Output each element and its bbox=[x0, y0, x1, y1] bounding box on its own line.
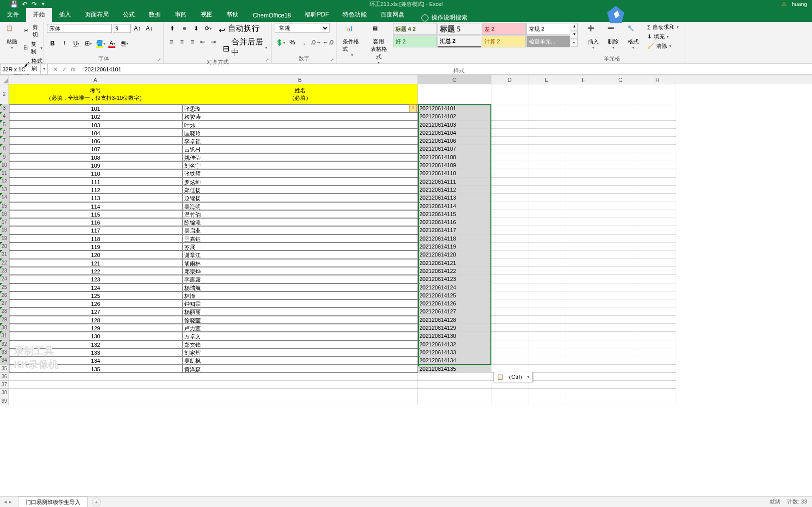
style-total[interactable]: 汇总 2 bbox=[437, 35, 481, 47]
row-header-14[interactable]: 14 bbox=[0, 194, 9, 202]
autosum-button[interactable]: Σ自动求和▾ bbox=[646, 23, 680, 31]
tab-file[interactable]: 文件 bbox=[0, 7, 26, 22]
cell-student-code[interactable]: 202120614103 bbox=[418, 121, 491, 129]
style-check[interactable]: 检查单元... bbox=[526, 35, 570, 47]
cell-exam-id[interactable]: 111 bbox=[9, 178, 182, 186]
cell-exam-id[interactable]: 116 bbox=[9, 218, 182, 226]
row-header-10[interactable]: 10 bbox=[0, 161, 9, 169]
cell-exam-id[interactable]: 117 bbox=[9, 226, 182, 234]
cell-exam-id[interactable]: 101 bbox=[9, 104, 182, 112]
style-title5[interactable]: 标题 5 bbox=[437, 23, 481, 35]
column-headers[interactable]: ABCDEFGH bbox=[9, 75, 812, 84]
cell-student-code[interactable]: 202120614111 bbox=[418, 178, 491, 186]
row-header-26[interactable]: 26 bbox=[0, 291, 9, 299]
cell-student-code[interactable]: 202120614121 bbox=[418, 259, 491, 267]
cell-student-code[interactable]: 202120614108 bbox=[418, 153, 491, 161]
row-header-37[interactable]: 37 bbox=[0, 381, 9, 389]
cell-student-name[interactable]: 邓宗烨 bbox=[182, 267, 418, 275]
cell-student-code[interactable]: 202120614126 bbox=[418, 299, 491, 307]
cell-student-name[interactable]: 张铁耀 bbox=[182, 169, 418, 177]
cell-student-code[interactable]: 202120614106 bbox=[418, 137, 491, 145]
cell-student-name[interactable]: 叶炜 bbox=[182, 121, 418, 129]
cell-student-name[interactable]: 方卓文 bbox=[182, 332, 418, 340]
cell-exam-id[interactable]: 120 bbox=[9, 251, 182, 258]
tab-review[interactable]: 审阅 bbox=[168, 7, 194, 22]
style-calc[interactable]: 计算 2 bbox=[482, 35, 526, 47]
cell-exam-id[interactable]: 129 bbox=[9, 324, 182, 332]
cell-student-name[interactable]: 林憧 bbox=[182, 291, 418, 299]
sheet-tab[interactable]: 门口易测班级学生导入 bbox=[18, 497, 88, 507]
row-header-2[interactable]: 2 bbox=[0, 84, 9, 104]
save-icon[interactable]: 💾 bbox=[10, 0, 18, 8]
row-header-24[interactable]: 24 bbox=[0, 275, 9, 283]
select-all-corner[interactable] bbox=[0, 75, 9, 84]
sheet-nav-first-icon[interactable]: ◂ bbox=[4, 499, 7, 505]
cell-student-code[interactable]: 202120614124 bbox=[418, 283, 491, 291]
row-header-9[interactable]: 9 bbox=[0, 153, 9, 161]
cell-exam-id[interactable]: 115 bbox=[9, 210, 182, 218]
insert-cells-button[interactable]: ➕插入▾ bbox=[584, 23, 602, 52]
paste-options-button[interactable]: 📋 （Ctrl） ▾ bbox=[493, 372, 533, 382]
cell-exam-id[interactable]: 121 bbox=[9, 259, 182, 267]
cell-exam-id[interactable]: 114 bbox=[9, 202, 182, 210]
row-header-13[interactable]: 13 bbox=[0, 186, 9, 194]
row-headers[interactable]: 2345678910111213141516171819202122232425… bbox=[0, 84, 9, 405]
font-size-combo[interactable] bbox=[113, 24, 131, 33]
cell-styles-gallery[interactable]: 标题 4 2 标题 5 差 2 常规 2 好 2 汇总 2 计算 2 检查单元.… bbox=[393, 23, 570, 47]
gallery-more-icon[interactable]: ⌄ bbox=[571, 39, 578, 47]
cut-button[interactable]: ✂剪切 bbox=[23, 23, 43, 39]
cell-student-code[interactable]: 202120614134 bbox=[418, 356, 491, 364]
cell-exam-id[interactable]: 113 bbox=[9, 194, 182, 202]
cell-student-code[interactable]: 202120614117 bbox=[418, 226, 491, 234]
cell-exam-id[interactable]: 112 bbox=[9, 186, 182, 194]
row-header-25[interactable]: 25 bbox=[0, 283, 9, 291]
cell-student-name[interactable]: 杨瑞航 bbox=[182, 283, 418, 291]
align-left-button[interactable]: ≡ bbox=[167, 36, 176, 47]
fill-button[interactable]: ⬇填充▾ bbox=[646, 32, 680, 41]
wrap-text-button[interactable]: ↩自动换行 bbox=[218, 23, 261, 34]
cell-exam-id[interactable]: 124 bbox=[9, 283, 182, 291]
cell-exam-id[interactable]: 127 bbox=[9, 307, 182, 315]
font-color-button[interactable]: A▾ bbox=[107, 38, 118, 49]
spreadsheet-grid[interactable]: ABCDEFGH 2345678910111213141516171819202… bbox=[0, 75, 812, 408]
italic-button[interactable]: I bbox=[59, 38, 70, 49]
comma-button[interactable]: , bbox=[299, 37, 310, 48]
cell-student-code[interactable]: 202120614120 bbox=[418, 251, 491, 258]
row-header-36[interactable]: 36 bbox=[0, 373, 9, 381]
style-title4[interactable]: 标题 4 2 bbox=[393, 23, 437, 35]
accept-formula-icon[interactable]: ✓ bbox=[62, 66, 67, 73]
cell-exam-id[interactable]: 135 bbox=[9, 365, 182, 373]
row-header-34[interactable]: 34 bbox=[0, 356, 9, 364]
cancel-formula-icon[interactable]: ✕ bbox=[53, 66, 58, 73]
cell-exam-id[interactable]: 119 bbox=[9, 243, 182, 251]
cell-student-code[interactable]: 202120614132 bbox=[418, 340, 491, 348]
align-bottom-button[interactable]: ⬇ bbox=[191, 23, 202, 34]
cell-exam-id[interactable]: 104 bbox=[9, 129, 182, 137]
cell-student-code[interactable]: 202120614119 bbox=[418, 243, 491, 251]
cell-exam-id[interactable]: 132 bbox=[9, 340, 182, 348]
new-sheet-button[interactable]: + bbox=[92, 498, 101, 507]
cell-student-name[interactable]: 吴海明 bbox=[182, 202, 418, 210]
cell-exam-id[interactable]: 103 bbox=[9, 121, 182, 129]
underline-button[interactable]: U▾ bbox=[71, 38, 82, 49]
cell-student-code[interactable]: 202120614128 bbox=[418, 316, 491, 324]
row-header-20[interactable]: 20 bbox=[0, 243, 9, 251]
border-button[interactable]: ⊞▾ bbox=[83, 38, 94, 49]
cell-student-name[interactable]: 姚佳莹 bbox=[182, 153, 418, 161]
row-header-12[interactable]: 12 bbox=[0, 178, 9, 186]
cell-exam-id[interactable]: 118 bbox=[9, 235, 182, 243]
cell-student-code[interactable]: 202120614114 bbox=[418, 202, 491, 210]
cell-student-code[interactable]: 202120614115 bbox=[418, 210, 491, 218]
cell-student-name[interactable]: 赖骏涛 bbox=[182, 112, 418, 120]
row-header-5[interactable]: 5 bbox=[0, 121, 9, 129]
row-header-35[interactable]: 35 bbox=[0, 365, 9, 373]
cell-student-name[interactable]: 陈锦添 bbox=[182, 218, 418, 226]
row-header-23[interactable]: 23 bbox=[0, 267, 9, 275]
number-format-combo[interactable]: 常规 bbox=[275, 23, 330, 33]
cell-exam-id[interactable]: 123 bbox=[9, 275, 182, 283]
cell-student-name[interactable]: 李露露 bbox=[182, 275, 418, 283]
row-header-19[interactable]: 19 bbox=[0, 235, 9, 243]
column-header-E[interactable]: E bbox=[528, 75, 565, 84]
tab-home[interactable]: 开始 bbox=[26, 7, 52, 22]
merge-center-button[interactable]: ⊟合并后居中▾ bbox=[222, 36, 268, 58]
